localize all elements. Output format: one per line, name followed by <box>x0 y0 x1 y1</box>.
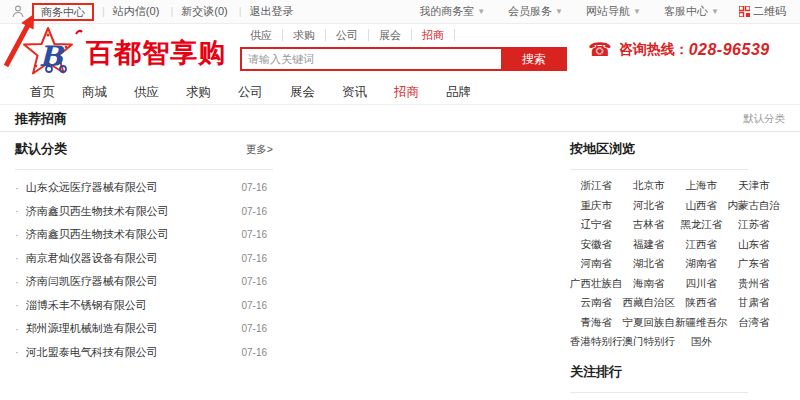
company-date: 07-16 <box>241 347 267 358</box>
bullet-icon: · <box>15 182 19 194</box>
region-link[interactable]: 湖南省 <box>686 257 718 270</box>
list-item: · 山东众远医疗器械有限公司 07-16 <box>15 176 273 200</box>
region-link[interactable]: 四川省 <box>686 277 718 290</box>
quick-link[interactable]: 展会 <box>369 29 412 41</box>
region-link[interactable]: 重庆市 <box>581 199 613 212</box>
quick-link[interactable]: 招商 <box>412 29 455 41</box>
region-link[interactable]: 安徽省 <box>581 238 613 251</box>
search-bar: 搜索 <box>240 47 567 71</box>
nav-item[interactable]: 品牌 <box>446 84 471 101</box>
region-link[interactable]: 江苏省 <box>738 218 770 231</box>
region-link[interactable]: 山东省 <box>738 238 770 251</box>
company-link[interactable]: 济南鑫贝西生物技术有限公司 <box>26 204 242 219</box>
region-link[interactable]: 湖北省 <box>633 257 665 270</box>
topbar-link[interactable]: 新交谈(0) <box>181 5 227 17</box>
nav-item[interactable]: 展会 <box>290 84 315 101</box>
region-link[interactable]: 海南省 <box>633 277 665 290</box>
region-link[interactable]: 广东省 <box>738 257 770 270</box>
company-link[interactable]: 郑州源理机械制造有限公司 <box>26 321 242 336</box>
company-link[interactable]: 淄博禾丰不锈钢有限公司 <box>26 298 242 313</box>
hotline-label: 咨询热线： <box>619 41 689 59</box>
nav-item[interactable]: 求购 <box>186 84 211 101</box>
company-list: · 山东众远医疗器械有限公司 07-16 · 济南鑫贝西生物技术有限公司 07-… <box>15 176 273 364</box>
topbar-dropdowns: 我的商务室▼ 会员服务▼ 网站导航▼ 客服中心▼ <box>399 4 719 19</box>
list-item: · 南京君灿仪器设备有限公司 07-16 <box>15 247 273 271</box>
region-link[interactable]: 河南省 <box>581 257 613 270</box>
company-panel-header: 默认分类 更多> <box>15 140 273 170</box>
region-link[interactable]: 澳门特别行 <box>623 335 676 348</box>
main-nav: 首页 商城 供应 求购 公司 展会 资讯 招商 品牌 <box>30 84 498 101</box>
region-link[interactable]: 贵州省 <box>738 277 770 290</box>
phone-icon: ☎ <box>588 40 612 59</box>
region-link[interactable]: 浙江省 <box>581 179 613 192</box>
topbar-dropdown[interactable]: 会员服务▼ <box>508 4 563 19</box>
region-link[interactable]: 云南省 <box>581 296 613 309</box>
topbar-left-links: |站内信(0) |新交谈(0) |退出登录 <box>94 4 294 19</box>
region-link[interactable]: 宁夏回族自 <box>623 316 676 329</box>
nav-item[interactable]: 公司 <box>238 84 263 101</box>
list-item: · 济南鑫贝西生物技术有限公司 07-16 <box>15 223 273 247</box>
region-link[interactable]: 陕西省 <box>686 296 718 309</box>
search-button[interactable]: 搜索 <box>501 47 567 71</box>
region-link[interactable]: 青海省 <box>581 316 613 329</box>
company-date: 07-16 <box>241 253 267 264</box>
topbar-dropdown[interactable]: 网站导航▼ <box>586 4 641 19</box>
region-link[interactable]: 黑龙江省 <box>680 218 722 231</box>
search-input[interactable] <box>240 47 501 71</box>
nav-item[interactable]: 供应 <box>134 84 159 101</box>
company-link[interactable]: 河北盟泰电气科技有限公司 <box>26 345 242 360</box>
region-panel-title: 按地区浏览 <box>570 140 635 158</box>
nav-item[interactable]: 首页 <box>30 84 55 101</box>
region-link[interactable]: 新疆维吾尔 <box>675 316 728 329</box>
quick-link[interactable]: 求购 <box>283 29 326 41</box>
nav-item[interactable]: 招商 <box>394 84 419 101</box>
quick-link[interactable]: 公司 <box>326 29 369 41</box>
company-date: 07-16 <box>241 323 267 334</box>
region-link[interactable]: 山西省 <box>686 199 718 212</box>
region-link[interactable]: 广西壮族自 <box>570 277 623 290</box>
topbar-link[interactable]: 站内信(0) <box>113 5 159 17</box>
region-link[interactable]: 香港特别行 <box>570 335 623 348</box>
region-link[interactable]: 北京市 <box>633 179 665 192</box>
topbar-link-business-center[interactable]: 商务中心 <box>41 6 85 18</box>
topbar-dropdown[interactable]: 客服中心▼ <box>664 4 719 19</box>
company-link[interactable]: 济南鑫贝西生物技术有限公司 <box>26 227 242 242</box>
company-link[interactable]: 南京君灿仪器设备有限公司 <box>26 251 242 266</box>
list-item: · 淄博禾丰不锈钢有限公司 07-16 <box>15 294 273 318</box>
company-link[interactable]: 山东众远医疗器械有限公司 <box>26 180 242 195</box>
region-link[interactable]: 天津市 <box>738 179 770 192</box>
bullet-icon: · <box>15 252 19 264</box>
section-filter-label[interactable]: 默认分类 <box>743 112 785 126</box>
company-date: 07-16 <box>241 229 267 240</box>
region-link[interactable]: 台湾省 <box>738 316 770 329</box>
chevron-down-icon: ▼ <box>477 7 485 16</box>
quick-link[interactable]: 供应 <box>240 29 283 41</box>
region-link[interactable]: 福建省 <box>633 238 665 251</box>
region-link[interactable]: 国外 <box>691 335 712 348</box>
topbar-qr-link[interactable]: 二维码 <box>739 4 786 19</box>
region-link[interactable]: 吉林省 <box>633 218 665 231</box>
nav-item[interactable]: 商城 <box>82 84 107 101</box>
site-logo[interactable]: B 百都智享购 <box>22 26 226 78</box>
region-link[interactable]: 西藏自治区 <box>623 296 676 309</box>
list-item: · 济南闫凯医疗器械有限公司 07-16 <box>15 270 273 294</box>
region-link[interactable]: 江西省 <box>686 238 718 251</box>
topbar-link[interactable]: 退出登录 <box>250 5 294 17</box>
topbar-dropdown[interactable]: 我的商务室▼ <box>419 4 485 19</box>
company-panel: 默认分类 更多> · 山东众远医疗器械有限公司 07-16 · 济南鑫贝西生物技… <box>15 140 273 364</box>
topbar-right: 我的商务室▼ 会员服务▼ 网站导航▼ 客服中心▼ 二维码 <box>399 4 786 19</box>
region-link[interactable]: 上海市 <box>686 179 718 192</box>
section-divider <box>0 131 800 132</box>
bullet-icon: · <box>15 229 19 241</box>
region-link[interactable]: 甘肃省 <box>738 296 770 309</box>
divider: | <box>102 5 105 17</box>
more-link[interactable]: 更多> <box>246 143 273 157</box>
follow-panel-title: 关注排行 <box>570 363 622 381</box>
region-link[interactable]: 内蒙古自治 <box>728 199 781 212</box>
company-link[interactable]: 济南闫凯医疗器械有限公司 <box>26 274 242 289</box>
nav-item[interactable]: 资讯 <box>342 84 367 101</box>
company-date: 07-16 <box>241 300 267 311</box>
company-date: 07-16 <box>241 206 267 217</box>
region-link[interactable]: 辽宁省 <box>581 218 613 231</box>
region-link[interactable]: 河北省 <box>633 199 665 212</box>
